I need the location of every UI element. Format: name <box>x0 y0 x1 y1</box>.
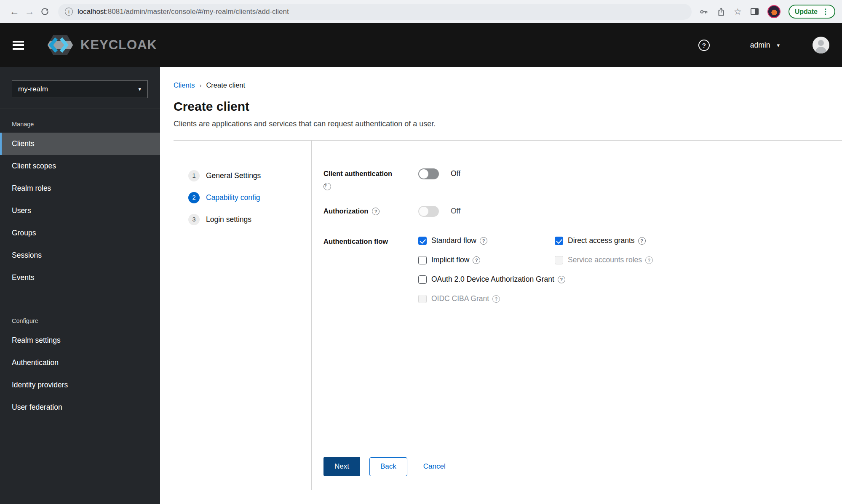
keycloak-logo-mark <box>42 33 79 57</box>
authorization-toggle[interactable] <box>418 206 439 217</box>
sidebar-item-sessions[interactable]: Sessions <box>0 244 160 267</box>
client-authentication-state: Off <box>451 168 460 178</box>
checkbox-label: Implicit flow <box>431 256 469 264</box>
checkbox-label: Direct access grants <box>568 236 635 245</box>
masthead-right: ? admin ▾ <box>698 37 829 53</box>
sidebar-item-user-federation[interactable]: User federation <box>0 396 160 419</box>
address-bar[interactable]: i localhost:8081/admin/master/console/#/… <box>58 4 692 20</box>
direct-access-grants-help-icon[interactable]: ? <box>638 237 646 245</box>
checkbox-implicit-flow[interactable]: Implicit flow ? <box>418 256 555 264</box>
checkbox-direct-access-grants[interactable]: Direct access grants ? <box>555 236 653 245</box>
checkbox-label: Standard flow <box>431 236 476 245</box>
step-number: 1 <box>188 170 200 181</box>
browser-menu-kebab-icon[interactable]: ⋮ <box>822 8 829 15</box>
step-label: Login settings <box>206 215 251 224</box>
checkbox-box[interactable] <box>555 237 563 245</box>
update-label: Update <box>795 8 818 16</box>
standard-flow-help-icon[interactable]: ? <box>480 237 487 245</box>
user-avatar[interactable] <box>813 37 829 53</box>
breadcrumb: Clients › Create client <box>174 81 842 89</box>
next-button[interactable]: Next <box>323 457 360 476</box>
chrome-update-button[interactable]: Update ⋮ <box>789 5 835 19</box>
checkbox-box <box>418 295 427 303</box>
browser-back-icon[interactable]: ← <box>7 4 22 19</box>
checkbox-box[interactable] <box>418 237 427 245</box>
client-authentication-label: Client authentication <box>323 170 392 177</box>
wizard-steps: 1 General Settings 2 Capability config 3… <box>174 141 312 490</box>
back-button[interactable]: Back <box>369 457 407 476</box>
oidc-ciba-grant-help-icon[interactable]: ? <box>492 295 500 303</box>
wizard-step-capability-config[interactable]: 2 Capability config <box>174 187 311 208</box>
nav-toggle-hamburger-icon[interactable] <box>13 41 24 50</box>
brand-wordmark: KEYCLOAK <box>80 37 157 53</box>
checkbox-service-accounts-roles: Service accounts roles ? <box>555 256 653 264</box>
browser-profile-avatar[interactable] <box>767 5 781 18</box>
url-text[interactable]: localhost:8081/admin/master/console/#/my… <box>78 8 289 16</box>
page-title: Create client <box>174 99 842 114</box>
checkbox-standard-flow[interactable]: Standard flow ? <box>418 236 555 245</box>
share-icon[interactable] <box>716 7 726 16</box>
sidebar-item-label: Events <box>12 273 35 282</box>
cancel-button[interactable]: Cancel <box>423 457 446 476</box>
site-info-icon[interactable]: i <box>65 8 73 16</box>
wizard-step-login-settings[interactable]: 3 Login settings <box>174 208 311 230</box>
step-label: Capability config <box>206 193 260 202</box>
step-label: General Settings <box>206 171 261 180</box>
bookmark-star-icon[interactable]: ☆ <box>734 7 742 16</box>
sidebar-item-label: User federation <box>12 403 62 412</box>
user-menu[interactable]: admin ▾ <box>750 41 780 50</box>
help-icon[interactable]: ? <box>698 40 710 51</box>
sidebar-item-label: Users <box>12 206 31 215</box>
client-authentication-toggle[interactable] <box>418 168 439 179</box>
checkbox-oauth-device-grant[interactable]: OAuth 2.0 Device Authorization Grant ? <box>418 275 653 284</box>
url-host: localhost <box>78 8 106 16</box>
sidebar-item-client-scopes[interactable]: Client scopes <box>0 155 160 177</box>
side-panel-icon[interactable] <box>750 7 759 16</box>
toggle-knob <box>419 169 428 179</box>
checkbox-box[interactable] <box>418 275 427 284</box>
service-accounts-roles-help-icon[interactable]: ? <box>645 256 653 264</box>
breadcrumb-clients-link[interactable]: Clients <box>174 81 195 89</box>
browser-refresh-icon[interactable] <box>37 4 52 19</box>
nav-section-title: Manage <box>0 109 160 133</box>
sidebar-item-authentication[interactable]: Authentication <box>0 352 160 374</box>
sidebar-item-realm-settings[interactable]: Realm settings <box>0 329 160 352</box>
sidebar-item-label: Realm roles <box>12 184 51 193</box>
page-subtitle: Clients are applications and services th… <box>174 120 842 128</box>
client-authentication-row: Client authentication ? Off <box>323 168 842 190</box>
nav-section-title: Configure <box>0 306 160 329</box>
browser-actions: ☆ Update ⋮ <box>699 5 835 19</box>
main-content: Clients › Create client Create client Cl… <box>160 67 842 504</box>
sidebar-item-label: Authentication <box>12 358 59 367</box>
wizard-actions: Next Back Cancel <box>323 457 842 476</box>
client-authentication-help-icon[interactable]: ? <box>323 183 331 190</box>
checkbox-box[interactable] <box>418 256 427 264</box>
sidebar-item-identity-providers[interactable]: Identity providers <box>0 374 160 396</box>
sidebar-item-users[interactable]: Users <box>0 200 160 222</box>
authentication-flow-label: Authentication flow <box>323 237 388 245</box>
step-number: 3 <box>188 214 200 225</box>
oauth-device-grant-help-icon[interactable]: ? <box>558 276 565 283</box>
implicit-flow-help-icon[interactable]: ? <box>473 256 480 264</box>
realm-selector[interactable]: my-realm ▾ <box>12 80 147 98</box>
sidebar-item-groups[interactable]: Groups <box>0 222 160 244</box>
authorization-help-icon[interactable]: ? <box>372 208 380 215</box>
sidebar-item-events[interactable]: Events <box>0 267 160 289</box>
authorization-row: Authorization? Off <box>323 206 842 217</box>
sidebar-item-realm-roles[interactable]: Realm roles <box>0 177 160 200</box>
authentication-flow-row: Authentication flow Standard flow ? Dire… <box>323 236 842 303</box>
checkbox-label: OIDC CIBA Grant <box>431 294 489 303</box>
wizard-step-general-settings[interactable]: 1 General Settings <box>174 165 311 187</box>
chevron-down-icon: ▾ <box>777 42 780 48</box>
nav-section-configure: Configure Realm settings Authentication … <box>0 306 160 419</box>
browser-toolbar: ← → i localhost:8081/admin/master/consol… <box>0 0 842 23</box>
authorization-state: Off <box>451 206 460 216</box>
chevron-down-icon: ▾ <box>138 86 141 92</box>
browser-forward-icon[interactable]: → <box>22 4 37 19</box>
step-number: 2 <box>188 192 200 203</box>
password-key-icon[interactable] <box>699 7 708 16</box>
authorization-label: Authorization <box>323 207 368 215</box>
sidebar-item-label: Clients <box>12 139 35 148</box>
sidebar-item-clients[interactable]: Clients <box>0 133 160 155</box>
keycloak-logo: KEYCLOAK <box>42 33 157 57</box>
